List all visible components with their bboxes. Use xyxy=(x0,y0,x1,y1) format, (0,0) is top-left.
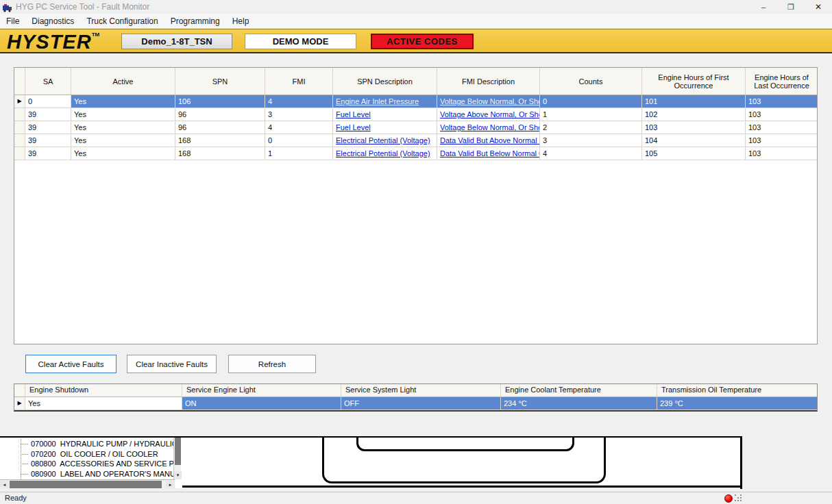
corner-header-cell[interactable] xyxy=(14,68,25,95)
spn-description-link[interactable]: Engine Air Inlet Pressure xyxy=(336,97,419,105)
spn-description-link[interactable]: Electrical Potential (Voltage) xyxy=(336,149,430,158)
horizontal-scrollbar[interactable]: ◄ ► xyxy=(0,479,175,488)
row-header-cell[interactable]: ▶ xyxy=(14,95,25,108)
cell-engine-coolant-temperature[interactable]: 234 °C xyxy=(501,397,657,410)
cell-active[interactable]: Yes xyxy=(71,95,175,108)
column-header-last-occurrence[interactable]: Engine Hours of Last Occurrence xyxy=(746,68,818,95)
cell-last-occurrence[interactable]: 103 xyxy=(746,108,818,121)
spn-description-link[interactable]: Electrical Potential (Voltage) xyxy=(336,136,430,144)
column-header-engine-shutdown[interactable]: Engine Shutdown xyxy=(25,384,182,397)
resize-grip[interactable] xyxy=(735,494,743,503)
cell-fmi[interactable]: 1 xyxy=(265,147,333,160)
scrollbar-thumb[interactable] xyxy=(10,481,162,488)
cell-service-engine-light[interactable]: ON xyxy=(182,397,341,410)
cell-counts[interactable]: 0 xyxy=(540,95,642,108)
cell-sa[interactable]: 0 xyxy=(25,95,71,108)
column-header-active[interactable]: Active xyxy=(71,68,175,95)
row-header-cell[interactable] xyxy=(14,121,25,134)
fmi-description-link[interactable]: Voltage Above Normal, Or Shor... xyxy=(440,110,540,118)
cell-active[interactable]: Yes xyxy=(71,134,175,147)
column-header-spn-description[interactable]: SPN Description xyxy=(333,68,437,95)
active-codes-button[interactable]: ACTIVE CODES xyxy=(371,34,474,49)
close-button[interactable]: ✕ xyxy=(805,0,832,14)
tree-item[interactable]: 080800 ACCESSORIES AND SERVICE PAR xyxy=(21,459,173,469)
scrollbar-thumb[interactable] xyxy=(175,438,181,465)
cell-sa[interactable]: 39 xyxy=(25,147,71,160)
cell-sa[interactable]: 39 xyxy=(25,108,71,121)
fmi-description-link[interactable]: Data Valid But Below Normal Op... xyxy=(440,149,540,158)
menu-file[interactable]: File xyxy=(0,14,25,29)
menu-diagnostics[interactable]: Diagnostics xyxy=(25,14,80,29)
spn-description-link[interactable]: Fuel Level xyxy=(336,123,371,131)
fault-row[interactable]: 39 Yes 168 1 Electrical Potential (Volta… xyxy=(14,147,817,160)
column-header-service-system-light[interactable]: Service System Light xyxy=(341,384,501,397)
scroll-left-button[interactable]: ◄ xyxy=(0,481,9,488)
cell-counts[interactable]: 4 xyxy=(540,147,642,160)
cell-last-occurrence[interactable]: 103 xyxy=(746,147,818,160)
cell-fmi[interactable]: 0 xyxy=(265,134,333,147)
column-header-engine-coolant-temperature[interactable]: Engine Coolant Temperature xyxy=(501,384,657,397)
tree-item[interactable]: 070200 OIL COOLER / OIL COOLER xyxy=(21,449,173,459)
fault-row[interactable]: 39 Yes 96 3 Fuel Level Voltage Above Nor… xyxy=(14,108,817,121)
fault-row[interactable]: 39 Yes 96 4 Fuel Level Voltage Below Nor… xyxy=(14,121,817,134)
clear-inactive-faults-button[interactable]: Clear Inactive Faults xyxy=(127,355,217,373)
cell-spn[interactable]: 168 xyxy=(175,147,265,160)
status-row[interactable]: ▶ Yes ON OFF 234 °C 239 °C xyxy=(14,397,817,410)
cell-last-occurrence[interactable]: 103 xyxy=(746,121,818,134)
column-header-fmi[interactable]: FMI xyxy=(265,68,333,95)
cell-first-occurrence[interactable]: 102 xyxy=(642,108,746,121)
cell-sa[interactable]: 39 xyxy=(25,134,71,147)
cell-counts[interactable]: 3 xyxy=(540,134,642,147)
cell-engine-shutdown[interactable]: Yes xyxy=(25,397,182,410)
fmi-description-link[interactable]: Voltage Below Normal, Or Short... xyxy=(440,97,540,105)
cell-fmi[interactable]: 4 xyxy=(265,121,333,134)
row-header-cell[interactable]: ▶ xyxy=(14,397,25,410)
cell-spn[interactable]: 106 xyxy=(175,95,265,108)
cell-sa[interactable]: 39 xyxy=(25,121,71,134)
column-header-first-occurrence[interactable]: Engine Hours of First Occurrence xyxy=(642,68,746,95)
column-header-transmission-oil-temperature[interactable]: Transmission Oil Temperature xyxy=(657,384,818,397)
cell-counts[interactable]: 2 xyxy=(540,121,642,134)
cell-first-occurrence[interactable]: 101 xyxy=(642,95,746,108)
row-header-cell[interactable] xyxy=(14,134,25,147)
fmi-description-link[interactable]: Data Valid But Above Normal O... xyxy=(440,136,540,144)
fault-row[interactable]: 39 Yes 168 0 Electrical Potential (Volta… xyxy=(14,134,817,147)
cell-first-occurrence[interactable]: 104 xyxy=(642,134,746,147)
cell-spn[interactable]: 96 xyxy=(175,121,265,134)
cell-first-occurrence[interactable]: 105 xyxy=(642,147,746,160)
row-header-cell[interactable] xyxy=(14,147,25,160)
column-header-spn[interactable]: SPN xyxy=(175,68,265,95)
fmi-description-link[interactable]: Voltage Below Normal, Or Short... xyxy=(440,123,540,131)
cell-service-system-light[interactable]: OFF xyxy=(341,397,501,410)
column-header-fmi-description[interactable]: FMI Description xyxy=(437,68,540,95)
menu-help[interactable]: Help xyxy=(226,14,256,29)
cell-first-occurrence[interactable]: 103 xyxy=(642,121,746,134)
corner-header-cell[interactable] xyxy=(14,384,25,397)
cell-spn[interactable]: 96 xyxy=(175,108,265,121)
cell-spn[interactable]: 168 xyxy=(175,134,265,147)
cell-transmission-oil-temperature[interactable]: 239 °C xyxy=(657,397,818,410)
cell-last-occurrence[interactable]: 103 xyxy=(746,134,818,147)
column-header-service-engine-light[interactable]: Service Engine Light xyxy=(182,384,341,397)
menu-programming[interactable]: Programming xyxy=(164,14,226,29)
spn-description-link[interactable]: Fuel Level xyxy=(336,110,371,118)
column-header-counts[interactable]: Counts xyxy=(540,68,642,95)
cell-fmi[interactable]: 3 xyxy=(265,108,333,121)
cell-active[interactable]: Yes xyxy=(71,147,175,160)
fault-row[interactable]: ▶ 0 Yes 106 4 Engine Air Inlet Pressure … xyxy=(14,95,817,108)
cell-counts[interactable]: 1 xyxy=(540,108,642,121)
cell-active[interactable]: Yes xyxy=(71,121,175,134)
tree-item[interactable]: 080900 LABEL AND OPERATOR'S MANUA xyxy=(21,469,173,479)
cell-last-occurrence[interactable]: 103 xyxy=(746,95,818,108)
cell-active[interactable]: Yes xyxy=(71,108,175,121)
column-header-sa[interactable]: SA xyxy=(25,68,71,95)
row-header-cell[interactable] xyxy=(14,108,25,121)
vertical-scrollbar[interactable]: ▼ xyxy=(173,438,181,479)
scroll-right-button[interactable]: ► xyxy=(166,481,175,488)
scroll-down-button[interactable]: ▼ xyxy=(174,471,182,479)
refresh-button[interactable]: Refresh xyxy=(228,355,316,373)
maximize-button[interactable]: ❐ xyxy=(777,0,805,14)
menu-truck-configuration[interactable]: Truck Configuration xyxy=(80,14,164,29)
clear-active-faults-button[interactable]: Clear Active Faults xyxy=(25,355,117,373)
tree-item[interactable]: 070000 HYDRAULIC PUMP / HYDRAULIC xyxy=(21,439,173,449)
